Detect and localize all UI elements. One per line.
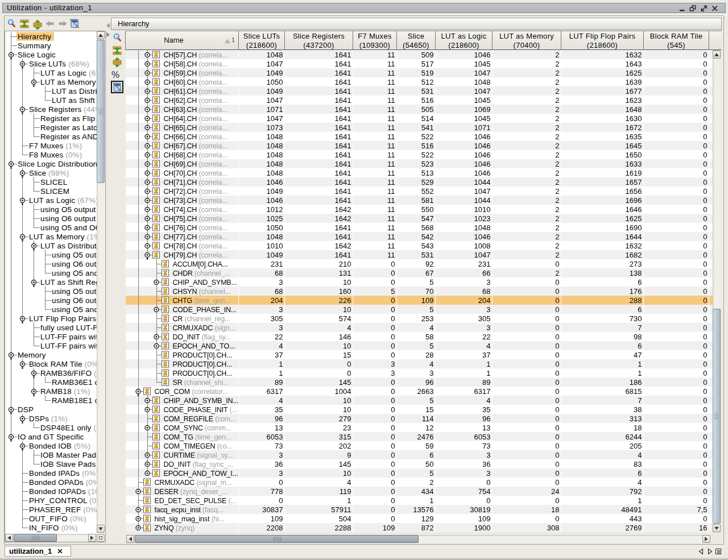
- svg-text:RAMB18 (1%): RAMB18 (1%): [40, 387, 90, 396]
- svg-text:1644: 1644: [626, 233, 642, 241]
- svg-text:0: 0: [391, 305, 395, 314]
- svg-text:1650: 1650: [626, 151, 642, 159]
- svg-text:0: 0: [703, 51, 707, 59]
- svg-text:1641: 1641: [335, 160, 351, 168]
- svg-text:6: 6: [429, 451, 433, 459]
- svg-text:Slice Registers (44%): Slice Registers (44%): [29, 105, 97, 114]
- svg-text:4: 4: [429, 323, 433, 332]
- svg-text:11: 11: [387, 178, 395, 186]
- svg-text:11: 11: [387, 96, 395, 105]
- svg-text:0: 0: [703, 242, 707, 250]
- svg-text:CH[73].CH (correla...: CH[73].CH (correla...: [164, 197, 228, 205]
- svg-text:253: 253: [421, 314, 434, 323]
- svg-text:4: 4: [279, 396, 283, 405]
- svg-text:COM_TG (time_gen...: COM_TG (time_gen...: [164, 433, 231, 441]
- svg-text:0: 0: [703, 451, 707, 459]
- svg-text:IO and GT Specific: IO and GT Specific: [18, 433, 84, 441]
- svg-text:PRODUCT[0].CH...: PRODUCT[0].CH...: [173, 370, 232, 378]
- svg-text:LUT as Memory (1%): LUT as Memory (1%): [29, 233, 97, 241]
- svg-text:RAMB36/FIFO (4%): RAMB36/FIFO (4%): [40, 369, 97, 378]
- svg-text:1046: 1046: [267, 178, 283, 186]
- svg-text:0: 0: [703, 251, 707, 259]
- svg-text:4: 4: [638, 451, 642, 459]
- svg-text:11: 11: [387, 169, 395, 177]
- svg-text:11: 11: [387, 187, 395, 196]
- svg-text:0: 0: [703, 132, 707, 141]
- svg-text:1047: 1047: [474, 87, 491, 96]
- svg-text:1648: 1648: [626, 105, 642, 114]
- svg-text:552: 552: [421, 187, 434, 196]
- svg-text:6: 6: [638, 305, 642, 314]
- svg-text:0: 0: [703, 96, 707, 105]
- svg-text:0: 0: [703, 296, 707, 305]
- svg-text:98: 98: [634, 333, 642, 341]
- svg-text:0: 0: [347, 360, 351, 368]
- svg-text:131: 131: [339, 269, 351, 277]
- svg-text:48491: 48491: [621, 505, 642, 514]
- svg-text:13576: 13576: [413, 505, 433, 514]
- svg-text:1639: 1639: [626, 78, 642, 86]
- svg-text:Bonded IOB (5%): Bonded IOB (5%): [29, 442, 90, 450]
- svg-text:59: 59: [425, 442, 433, 450]
- svg-text:1069: 1069: [474, 105, 491, 114]
- svg-text:1047: 1047: [267, 114, 283, 123]
- svg-text:CH[61].CH (correla...: CH[61].CH (correla...: [164, 88, 228, 96]
- svg-text:0: 0: [555, 478, 559, 487]
- svg-text:2476: 2476: [417, 433, 434, 441]
- svg-text:2769: 2769: [626, 524, 642, 532]
- svg-text:11: 11: [387, 205, 395, 214]
- svg-text:1048: 1048: [267, 233, 283, 241]
- svg-text:1: 1: [347, 496, 351, 505]
- svg-text:0: 0: [391, 278, 395, 287]
- svg-text:2: 2: [555, 114, 559, 123]
- svg-text:202: 202: [339, 442, 351, 450]
- svg-text:0: 0: [703, 360, 707, 368]
- svg-text:2208: 2208: [267, 524, 283, 532]
- svg-text:308: 308: [547, 524, 560, 532]
- svg-text:73: 73: [482, 442, 490, 450]
- svg-text:531: 531: [421, 251, 434, 259]
- svg-text:36: 36: [482, 460, 490, 468]
- svg-text:47: 47: [634, 351, 642, 359]
- svg-text:CH[79].CH (correla...: CH[79].CH (correla...: [164, 251, 228, 259]
- svg-text:1049: 1049: [267, 87, 283, 96]
- svg-text:2: 2: [555, 187, 559, 196]
- svg-text:0: 0: [555, 333, 559, 341]
- svg-text:1641: 1641: [335, 169, 351, 177]
- svg-text:514: 514: [421, 114, 434, 123]
- svg-text:PHY_CONTROL (0%): PHY_CONTROL (0%): [29, 496, 97, 505]
- svg-text:0: 0: [703, 396, 707, 405]
- svg-text:96: 96: [425, 378, 433, 387]
- svg-text:231: 231: [271, 260, 283, 268]
- svg-text:1073: 1073: [267, 123, 283, 132]
- svg-text:using O5 and O6 (0%): using O5 and O6 (0%): [52, 305, 97, 314]
- svg-text:0: 0: [391, 342, 395, 350]
- svg-text:11: 11: [387, 142, 395, 150]
- svg-text:RAMB36E1 only (4%): RAMB36E1 only (4%): [52, 378, 97, 387]
- svg-text:0: 0: [703, 442, 707, 450]
- svg-text:0: 0: [391, 323, 395, 332]
- svg-text:1641: 1641: [335, 251, 351, 259]
- svg-text:0: 0: [391, 515, 395, 523]
- svg-text:1641: 1641: [335, 60, 351, 68]
- svg-text:0: 0: [703, 333, 707, 341]
- svg-text:160: 160: [339, 287, 351, 296]
- svg-text:5: 5: [391, 287, 395, 296]
- svg-text:F8 Muxes (0%): F8 Muxes (0%): [29, 151, 82, 159]
- svg-text:1677: 1677: [626, 87, 642, 96]
- svg-text:0: 0: [703, 69, 707, 77]
- svg-text:1010: 1010: [474, 205, 491, 214]
- svg-text:0: 0: [391, 269, 395, 277]
- svg-text:0: 0: [486, 496, 490, 505]
- svg-text:2: 2: [555, 205, 559, 214]
- svg-text:CHIP_AND_SYMB...: CHIP_AND_SYMB...: [173, 279, 237, 287]
- svg-text:89: 89: [275, 378, 283, 387]
- svg-text:1635: 1635: [626, 132, 642, 141]
- svg-text:73: 73: [275, 442, 283, 450]
- svg-text:0: 0: [555, 460, 559, 468]
- svg-text:RAMB18E1 only (1%): RAMB18E1 only (1%): [52, 396, 97, 405]
- svg-text:114: 114: [422, 414, 434, 423]
- svg-text:0: 0: [555, 469, 559, 478]
- svg-text:11: 11: [387, 223, 395, 232]
- svg-text:CH[65].CH (correla...: CH[65].CH (correla...: [164, 124, 228, 132]
